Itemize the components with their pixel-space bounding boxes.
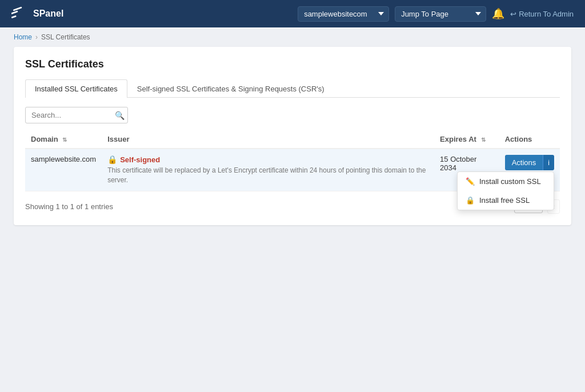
header: SPanel samplewebsitecom Jump To Page 🔔 ↩… [0,0,585,27]
jump-to-page-selector[interactable]: Jump To Page [395,6,486,22]
col-actions: Actions [499,130,560,149]
breadcrumb: Home › SSL Certificates [0,27,585,47]
ssl-certificates-card: SSL Certificates Installed SSL Certifica… [14,47,571,225]
tab-installed-ssl[interactable]: Installed SSL Certificates [25,79,127,98]
install-free-ssl-item[interactable]: 🔒 Install free SSL [458,191,554,210]
return-to-admin-link[interactable]: ↩ Return To Admin [510,10,574,18]
showing-entries: Showing 1 to 1 of 1 entries [25,202,113,211]
lock-icon: 🔒 [107,155,117,164]
issuer-note: This certificate will be replaced by a L… [107,166,428,185]
tab-selfsigned-ssl[interactable]: Self-signed SSL Certificates & Signing R… [127,79,334,98]
cell-actions: Actions i ✏️ Install custom SSL 🔒 [499,149,560,191]
actions-dropdown-menu: ✏️ Install custom SSL 🔒 Install free SSL [457,171,554,210]
main-content: SSL Certificates Installed SSL Certifica… [0,47,585,239]
table-row: samplewebsite.com 🔒 Self-signed This cer… [25,149,560,191]
svg-rect-2 [11,15,17,19]
table-header-row: Domain ⇅ Issuer Expires At ⇅ Actions [25,130,560,149]
logo-text: SPanel [33,9,63,19]
tabs: Installed SSL Certificates Self-signed S… [25,79,560,98]
breadcrumb-separator: › [35,33,38,41]
breadcrumb-home-link[interactable]: Home [14,33,32,41]
table-head: Domain ⇅ Issuer Expires At ⇅ Actions [25,130,560,149]
sort-icon-expires[interactable]: ⇅ [481,137,486,143]
lock-small-icon: 🔒 [466,196,475,205]
install-custom-ssl-item[interactable]: ✏️ Install custom SSL [458,172,554,191]
actions-button-group: Actions i ✏️ Install custom SSL 🔒 [505,155,554,170]
logo: SPanel [11,7,291,21]
search-button[interactable]: 🔍 [115,111,125,120]
col-issuer: Issuer [102,130,434,149]
col-expires: Expires At ⇅ [434,130,499,149]
notification-bell-icon[interactable]: 🔔 [492,7,504,20]
ssl-table: Domain ⇅ Issuer Expires At ⇅ Actions [25,130,560,191]
svg-rect-0 [11,11,18,15]
col-domain: Domain ⇅ [25,130,102,149]
issuer-badge: 🔒 Self-signed [107,155,428,164]
sort-icon-domain[interactable]: ⇅ [62,137,67,143]
return-admin-icon: ↩ [510,10,516,18]
cell-issuer: 🔒 Self-signed This certificate will be r… [102,149,434,191]
spanel-logo-icon [11,7,30,21]
actions-caret-button[interactable]: i [543,155,554,170]
svg-rect-1 [13,7,22,11]
cell-domain: samplewebsite.com [25,149,102,191]
breadcrumb-current: SSL Certificates [41,33,90,41]
table-body: samplewebsite.com 🔒 Self-signed This cer… [25,149,560,191]
header-controls: samplewebsitecom Jump To Page 🔔 ↩ Return… [298,6,574,22]
search-input[interactable] [25,107,128,123]
page-title: SSL Certificates [25,58,560,70]
search-wrapper: 🔍 [25,107,128,123]
actions-main-button[interactable]: Actions [505,155,543,170]
site-selector[interactable]: samplewebsitecom [298,6,389,22]
edit-icon: ✏️ [466,177,475,186]
